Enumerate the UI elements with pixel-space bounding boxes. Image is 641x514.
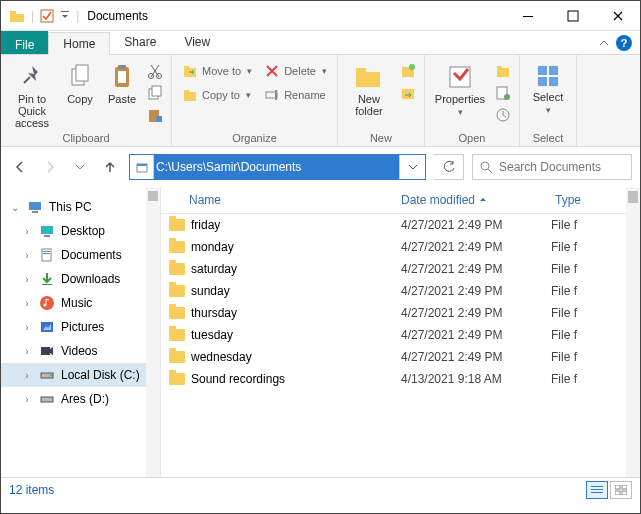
checkbox-qat-icon[interactable] (40, 9, 54, 23)
svg-point-12 (149, 74, 154, 79)
window-title: Documents (87, 9, 148, 23)
svg-rect-24 (356, 72, 380, 87)
file-row[interactable]: sunday4/27/2021 2:49 PMFile f (161, 280, 626, 302)
rename-button[interactable]: Rename (260, 85, 331, 105)
tab-view[interactable]: View (170, 31, 224, 54)
open-icon[interactable] (495, 63, 511, 79)
column-type[interactable]: Type (551, 193, 626, 207)
history-icon[interactable] (495, 107, 511, 123)
edit-icon[interactable] (495, 85, 511, 101)
up-button[interactable] (99, 156, 121, 178)
select-button[interactable]: Select▾ (526, 59, 570, 116)
svg-rect-36 (549, 66, 558, 75)
svg-rect-54 (41, 347, 50, 355)
tree-item-this-pc[interactable]: This PC (1, 195, 160, 219)
collapse-ribbon-icon[interactable] (598, 37, 610, 49)
tree-scrollbar[interactable] (146, 187, 160, 477)
maximize-button[interactable] (550, 2, 595, 30)
forward-button[interactable] (39, 156, 61, 178)
copy-path-icon[interactable] (147, 85, 163, 101)
qat-dropdown-icon[interactable] (60, 9, 70, 23)
pin-icon (18, 63, 46, 91)
svg-rect-45 (41, 226, 53, 234)
tree-item-ares[interactable]: Ares (D:) (1, 387, 160, 411)
qat-divider-2: | (76, 9, 79, 23)
recent-locations-button[interactable] (69, 156, 91, 178)
easy-access-icon[interactable] (400, 85, 416, 101)
copy-to-button[interactable]: Copy to▾ (178, 85, 256, 105)
tree-item-documents[interactable]: Documents (1, 243, 160, 267)
folder-icon (169, 351, 185, 363)
svg-rect-46 (44, 235, 50, 237)
file-row[interactable]: wednesday4/27/2021 2:49 PMFile f (161, 346, 626, 368)
svg-rect-48 (43, 251, 50, 252)
back-button[interactable] (9, 156, 31, 178)
svg-point-33 (504, 94, 510, 100)
ribbon-open-label: Open (431, 130, 513, 144)
svg-rect-47 (42, 249, 51, 261)
tree-item-downloads[interactable]: Downloads (1, 267, 160, 291)
tab-share[interactable]: Share (110, 31, 170, 54)
folder-icon (169, 263, 185, 275)
move-to-button[interactable]: Move to▾ (178, 61, 256, 81)
help-icon[interactable]: ? (616, 35, 632, 51)
list-scrollbar[interactable] (626, 187, 640, 477)
svg-rect-21 (184, 90, 189, 93)
tab-file[interactable]: File (1, 31, 48, 54)
svg-rect-44 (32, 211, 38, 213)
details-view-button[interactable] (586, 481, 608, 499)
file-date: 4/27/2021 2:49 PM (401, 350, 551, 364)
svg-rect-49 (43, 253, 50, 254)
paste-button[interactable]: Paste (103, 59, 141, 105)
new-folder-icon (353, 63, 385, 91)
file-row[interactable]: thursday4/27/2021 2:49 PMFile f (161, 302, 626, 324)
new-folder-button[interactable]: New folder (344, 59, 394, 117)
column-headers: Name Date modified Type (161, 187, 626, 214)
column-name[interactable]: Name (161, 193, 401, 207)
explorer-body: This PC Desktop Documents Downloads Musi… (1, 187, 640, 477)
pin-to-quick-access-button[interactable]: Pin to Quick access (7, 59, 57, 129)
file-row[interactable]: Sound recordings4/13/2021 9:18 AMFile f (161, 368, 626, 390)
address-dropdown[interactable] (399, 155, 425, 179)
tree-item-desktop[interactable]: Desktop (1, 219, 160, 243)
svg-point-57 (50, 375, 52, 377)
file-row[interactable]: saturday4/27/2021 2:49 PMFile f (161, 258, 626, 280)
column-date-modified[interactable]: Date modified (401, 193, 551, 207)
file-date: 4/27/2021 2:49 PM (401, 306, 551, 320)
close-button[interactable] (595, 2, 640, 30)
videos-icon (39, 343, 55, 359)
tree-item-videos[interactable]: Videos (1, 339, 160, 363)
file-row[interactable]: friday4/27/2021 2:49 PMFile f (161, 214, 626, 236)
search-box[interactable]: Search Documents (472, 154, 632, 180)
properties-icon (446, 63, 474, 91)
file-row[interactable]: monday4/27/2021 2:49 PMFile f (161, 236, 626, 258)
minimize-button[interactable] (505, 2, 550, 30)
thumbnails-view-button[interactable] (610, 481, 632, 499)
svg-rect-43 (29, 202, 41, 210)
copy-button[interactable]: Copy (61, 59, 99, 105)
svg-rect-5 (568, 11, 578, 21)
file-row[interactable]: tuesday4/27/2021 2:49 PMFile f (161, 324, 626, 346)
tree-item-local-disk[interactable]: Local Disk (C:) (1, 363, 160, 387)
tree-item-music[interactable]: Music (1, 291, 160, 315)
tab-home[interactable]: Home (48, 32, 110, 55)
paste-icon (110, 63, 134, 91)
address-bar[interactable]: C:\Users\Samir\Documents (129, 154, 426, 180)
address-path[interactable]: C:\Users\Samir\Documents (154, 155, 399, 179)
file-date: 4/27/2021 2:49 PM (401, 218, 551, 232)
tree-item-pictures[interactable]: Pictures (1, 315, 160, 339)
new-item-icon[interactable] (400, 63, 416, 79)
refresh-button[interactable] (434, 154, 464, 180)
music-icon (39, 295, 55, 311)
drive-icon (39, 367, 55, 383)
pictures-icon (39, 319, 55, 335)
folder-qat-icon[interactable] (9, 9, 25, 23)
cut-icon[interactable] (147, 63, 163, 79)
file-name: Sound recordings (191, 372, 285, 386)
folder-icon (169, 329, 185, 341)
delete-button[interactable]: Delete▾ (260, 61, 331, 81)
file-name: tuesday (191, 328, 233, 342)
paste-shortcut-icon[interactable] (147, 107, 163, 123)
svg-rect-37 (538, 77, 547, 86)
properties-button[interactable]: Properties ▾ (431, 59, 489, 118)
